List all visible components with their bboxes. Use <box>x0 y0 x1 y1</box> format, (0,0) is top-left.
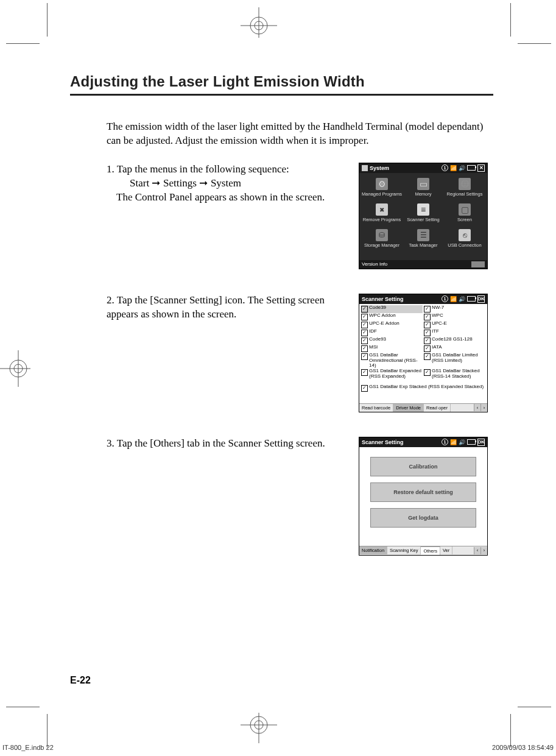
remove-icon <box>376 203 388 216</box>
ck-code93[interactable]: Code93 <box>361 337 423 345</box>
cp-usb-connection[interactable]: USB Connection <box>445 227 485 251</box>
tab-scroll: ‹ › <box>474 547 487 554</box>
step-1-row: 1. Tap the menus in the following sequen… <box>107 163 493 269</box>
checkbox-icon <box>424 306 431 313</box>
speaker-icon: 🔊 <box>459 439 465 445</box>
footer-file: IT-800_E.indb 22 <box>2 744 54 751</box>
cp-managed-programs[interactable]: Managed Programs <box>362 175 402 200</box>
crop-mark <box>510 714 511 747</box>
page-number: E-22 <box>70 675 91 686</box>
step-1-text: 1. Tap the menus in the following sequen… <box>107 163 344 205</box>
checkbox-icon <box>424 369 431 376</box>
tray-num-badge: 1 <box>442 439 448 445</box>
memory-icon <box>417 178 429 190</box>
ck-gs1-expanded[interactable]: GS1 DataBar Expanded (RSS Expanded) <box>361 369 423 384</box>
tab-read-barcode[interactable]: Read barcode <box>359 404 393 412</box>
scroll-left-icon[interactable]: ‹ <box>474 547 480 554</box>
cp-label: Scanner Setting <box>407 217 439 222</box>
scroll-left-icon[interactable]: ‹ <box>474 404 480 411</box>
restore-default-button[interactable]: Restore default setting <box>370 482 476 502</box>
ck-nw7[interactable]: NW-7 <box>424 305 485 313</box>
ck-gs1-exp-stacked[interactable]: GS1 DataBar Exp Stacked (RSS Expanded St… <box>361 384 485 400</box>
checkbox-icon <box>424 314 431 320</box>
screenshot-scanner-setting: Scanner Setting 1 📶 🔊 OK Code39 NW-7 WPC… <box>359 294 488 412</box>
step-1-line1: Tap the menus in the following sequence: <box>117 163 289 175</box>
ck-msi[interactable]: MSI <box>361 345 423 353</box>
crop-mark <box>47 714 48 747</box>
arrow-icon: ➞ <box>199 177 211 189</box>
checkbox-icon <box>424 322 431 328</box>
start-flag-icon <box>362 165 368 171</box>
titlebar-scanner-others: Scanner Setting 1 📶 🔊 OK <box>359 437 487 447</box>
title-rule <box>70 94 493 96</box>
ck-iata[interactable]: IATA <box>424 345 485 353</box>
checkbox-icon <box>424 353 431 360</box>
ck-wpc-addon[interactable]: WPC Addon <box>361 313 423 321</box>
ok-button[interactable]: OK <box>477 439 485 446</box>
ck-gs1-limited[interactable]: GS1 DataBar Limited (RSS Limited) <box>424 353 485 369</box>
tab-ver[interactable]: Ver <box>440 546 452 554</box>
crop-mark <box>6 43 40 44</box>
registration-mark-left <box>0 341 37 396</box>
tab-driver-mode[interactable]: Driver Mode <box>393 404 424 412</box>
barcode-icon <box>417 203 429 216</box>
calibration-button[interactable]: Calibration <box>370 457 476 476</box>
path-system: System <box>211 177 241 189</box>
checkbox-icon <box>361 314 368 320</box>
system-tray: 1 📶 🔊 OK <box>442 439 485 446</box>
ck-code128[interactable]: Code128 GS1-128 <box>424 337 485 345</box>
tab-others[interactable]: Others <box>421 546 440 555</box>
tab-notification[interactable]: Notification <box>359 546 387 554</box>
checkbox-icon <box>424 330 431 336</box>
crop-mark <box>518 43 551 44</box>
step-3-text: 3. Tap the [Others] tab in the Scanner S… <box>107 437 344 451</box>
ck-upce[interactable]: UPC-E <box>424 321 485 329</box>
tab-bar: Read barcode Driver Mode Read oper ‹ › <box>359 403 487 412</box>
system-tray: 1 📶 🔊 OK <box>442 295 485 303</box>
scroll-right-icon[interactable]: › <box>480 404 487 411</box>
title-system: System <box>370 165 389 171</box>
arrow-icon: ➞ <box>152 177 163 189</box>
system-tray: 1 📶 🔊 ✕ <box>442 164 485 172</box>
screenshot-system-panel: System 1 📶 🔊 ✕ Managed Programs Memory R… <box>359 163 488 269</box>
keyboard-icon[interactable] <box>471 261 485 267</box>
checkbox-icon <box>361 345 368 352</box>
ok-button[interactable]: OK <box>477 295 485 303</box>
cp-remove-programs[interactable]: Remove Programs <box>362 201 402 225</box>
cp-storage-manager[interactable]: Storage Manager <box>362 227 402 251</box>
screenshot-scanner-others: Scanner Setting 1 📶 🔊 OK Calibration Res… <box>359 437 488 556</box>
control-panel-grid: Managed Programs Memory Regional Setting… <box>359 173 487 260</box>
titlebar-system: System 1 📶 🔊 ✕ <box>359 163 487 173</box>
cp-memory[interactable]: Memory <box>403 175 443 200</box>
get-logdata-button[interactable]: Get logdata <box>370 508 476 528</box>
checkbox-icon <box>361 385 368 392</box>
cp-task-manager[interactable]: Task Manager <box>403 227 443 251</box>
step-3-number: 3. <box>107 437 114 449</box>
step-3-row: 3. Tap the [Others] tab in the Scanner S… <box>107 437 493 556</box>
tray-num-badge: 1 <box>442 295 448 302</box>
cp-scanner-setting[interactable]: Scanner Setting <box>403 201 443 225</box>
registration-mark-top <box>231 7 286 44</box>
others-body: Calibration Restore default setting Get … <box>359 447 487 546</box>
tab-read-oper[interactable]: Read oper <box>424 404 451 412</box>
ck-upce-addon[interactable]: UPC-E Addon <box>361 321 423 329</box>
tab-scanning-key[interactable]: Scanning Key <box>387 546 421 554</box>
tray-num-badge: 1 <box>442 164 448 171</box>
checkbox-icon <box>361 322 368 328</box>
checkbox-icon <box>361 369 368 376</box>
cp-regional-settings[interactable]: Regional Settings <box>445 175 485 200</box>
close-icon: ✕ <box>477 164 485 172</box>
cp-label: Memory <box>415 191 431 197</box>
ck-gs1-omni[interactable]: GS1 DataBar Omnidirectional (RSS-14) <box>361 353 423 369</box>
cp-label: Managed Programs <box>362 191 402 197</box>
globe-icon <box>459 178 471 190</box>
speaker-icon: 🔊 <box>459 296 465 302</box>
cp-screen[interactable]: Screen <box>445 201 485 225</box>
step-3-body: Tap the [Others] tab in the Scanner Sett… <box>117 437 325 449</box>
ck-idf[interactable]: IDF <box>361 329 423 337</box>
ck-gs1-stacked[interactable]: GS1 DataBar Stacked (RSS-14 Stacked) <box>424 369 485 384</box>
ck-wpc[interactable]: WPC <box>424 313 485 321</box>
scroll-right-icon[interactable]: › <box>480 547 487 554</box>
ck-itf[interactable]: ITF <box>424 329 485 337</box>
ck-code39[interactable]: Code39 <box>361 305 423 313</box>
